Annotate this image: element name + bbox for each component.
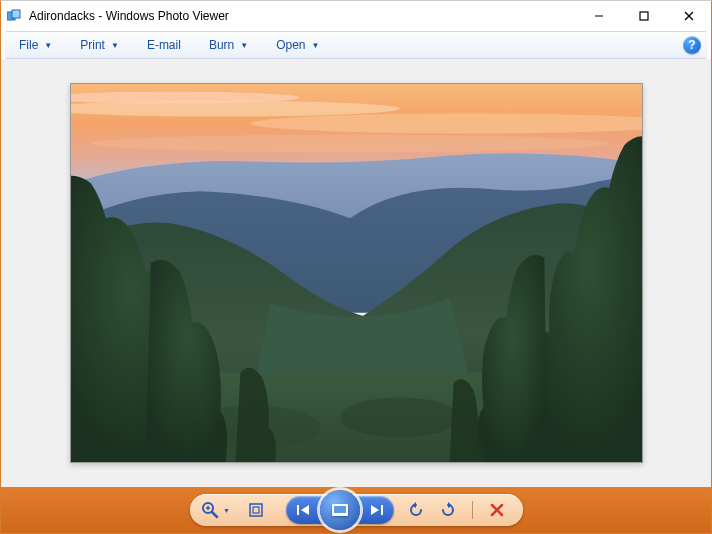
delete-icon [490,503,504,517]
rotate-right-icon [440,502,456,518]
fit-to-window-button[interactable] [240,496,272,524]
svg-rect-24 [334,506,346,513]
photo-image [70,83,643,463]
app-icon [7,8,23,24]
previous-button[interactable] [286,496,320,524]
dropdown-caret-icon: ▼ [240,41,248,50]
zoom-in-icon [201,501,219,519]
menu-burn-label: Burn [209,38,234,52]
menu-file-label: File [19,38,38,52]
menu-print-label: Print [80,38,105,52]
zoom-button[interactable]: ▼ [200,496,232,524]
nav-cluster [286,496,394,524]
svg-rect-21 [253,507,259,513]
previous-icon [295,503,311,517]
controls-pill: ▼ [190,494,523,526]
svg-line-17 [212,512,217,517]
svg-point-9 [90,134,608,152]
menu-burn[interactable]: Burn ▼ [201,34,256,56]
rotate-right-button[interactable] [432,496,464,524]
rotate-left-icon [408,502,424,518]
menubar: File ▼ Print ▼ E-mail Burn ▼ Open ▼ ? [5,31,707,59]
delete-button[interactable] [481,496,513,524]
dropdown-caret-icon: ▼ [111,41,119,50]
dropdown-caret-icon: ▼ [223,507,230,514]
next-button[interactable] [360,496,394,524]
help-icon: ? [688,38,695,52]
svg-point-14 [340,398,460,438]
photo-viewer [1,59,711,487]
menu-email-label: E-mail [147,38,181,52]
minimize-button[interactable] [576,1,621,31]
close-button[interactable] [666,1,711,31]
svg-rect-25 [381,505,383,515]
dropdown-caret-icon: ▼ [312,41,320,50]
fit-icon [248,502,264,518]
titlebar: Adirondacks - Windows Photo Viewer [1,1,711,31]
slideshow-icon [330,502,350,518]
svg-rect-3 [640,12,648,20]
help-button[interactable]: ? [683,36,701,54]
dropdown-caret-icon: ▼ [44,41,52,50]
menu-open[interactable]: Open ▼ [268,34,327,56]
divider [472,501,473,519]
menu-print[interactable]: Print ▼ [72,34,127,56]
controls-bar: ▼ [1,487,711,533]
menu-file[interactable]: File ▼ [11,34,60,56]
maximize-button[interactable] [621,1,666,31]
window-title: Adirondacks - Windows Photo Viewer [29,9,229,23]
menu-email[interactable]: E-mail [139,34,189,56]
svg-rect-20 [250,504,262,516]
rotate-left-button[interactable] [400,496,432,524]
next-icon [369,503,385,517]
slideshow-button[interactable] [320,490,360,530]
svg-rect-22 [297,505,299,515]
menu-open-label: Open [276,38,305,52]
svg-rect-1 [12,10,20,18]
